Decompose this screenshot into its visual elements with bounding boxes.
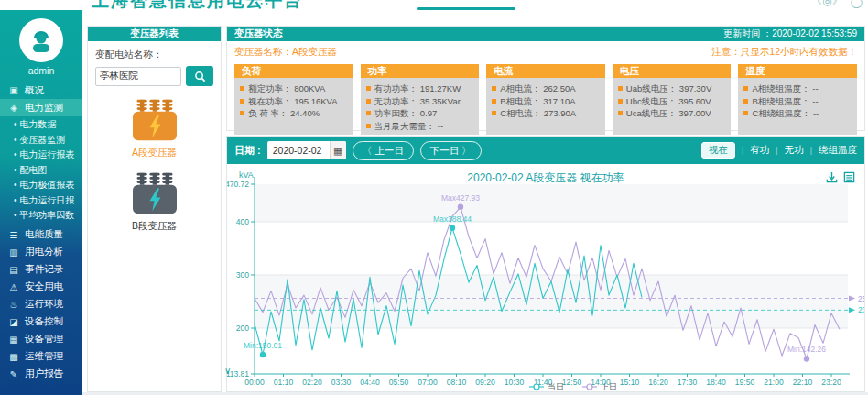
tab-separator: | [742, 146, 743, 155]
data-view-icon[interactable] [843, 171, 855, 183]
sidebar-item-device-control[interactable]: ◪设备控制 [0, 313, 82, 331]
card-row: Uca线电压： 397.00V [618, 107, 726, 120]
card-row: 视在功率： 195.16KVA [240, 95, 348, 108]
events-icon: ▤ [8, 265, 19, 275]
status-card: 电压Uab线电压： 397.30VUbc线电压： 395.60VUca线电压： … [613, 64, 732, 135]
sidebar-item-device-mgmt[interactable]: ▦设备管理 [0, 331, 82, 348]
download-icon[interactable] [826, 171, 838, 183]
sidebar-item-power-monitor[interactable]: ◈电力监测 [0, 99, 82, 116]
svg-text:23:20: 23:20 [821, 378, 841, 387]
card-row-text: 当月最大需量： -- [374, 120, 443, 133]
transformer-name: 变压器名称：A段变压器 [234, 46, 337, 59]
scroll-up-chevron-icon[interactable]: ∧ [203, 78, 210, 88]
notice-text: 注意：只显示12小时内有效数据！ [711, 46, 857, 59]
device-mgmt-icon: ▦ [8, 335, 19, 345]
scroll-down-chevron-icon[interactable]: ∨ [224, 366, 231, 376]
svg-text:15:10: 15:10 [620, 378, 640, 387]
sidebar-item-ops-mgmt[interactable]: ▩运维管理 [0, 348, 82, 366]
transformer-label: A段变压器 [95, 147, 213, 159]
bullet-icon [240, 111, 244, 115]
date-label: 日期 : [234, 144, 261, 158]
engineer-avatar-icon [27, 27, 55, 54]
date-value: 2020-02-02 [267, 145, 330, 156]
date-picker[interactable]: 2020-02-02 ▦ [267, 141, 346, 159]
status-card: 温度A相绕组温度： --B相绕组温度： --C相绕组温度： -- [738, 64, 857, 135]
sidebar-subitem[interactable]: • 电力运行日报 [0, 193, 82, 209]
sidebar-item-label: 用户报告 [25, 368, 63, 380]
sidebar-item-power-quality[interactable]: ☰电能质量 [0, 226, 82, 244]
sidebar-subitem[interactable]: • 电力数据 [0, 117, 82, 133]
status-panel-title: 变压器状态 [234, 27, 283, 40]
bullet-icon [618, 99, 623, 104]
next-day-button[interactable]: 下一日 〉 [420, 141, 482, 160]
card-row: Uab线电压： 397.30V [618, 82, 726, 95]
topbar: 上海智慧信息用电云平台 ∷ 《◎》 ◯ [0, 0, 868, 10]
sidebar-item-label: 事件记录 [25, 263, 63, 276]
card-row: 功率因数： 0.97 [366, 107, 474, 120]
tab-绕组温度[interactable]: 绕组温度 [819, 144, 857, 157]
sidebar-subitem[interactable]: • 电力运行报表 [0, 148, 82, 163]
line-chart: 233.89256.05Max388.44Min:150.01Max427.93… [227, 164, 864, 391]
svg-text:22:10: 22:10 [793, 378, 813, 387]
svg-text:08:10: 08:10 [447, 378, 467, 387]
bullet-icon [240, 86, 244, 91]
card-row: 负 荷 率： 24.40% [240, 107, 348, 120]
tab-视在[interactable]: 视在 [701, 142, 735, 159]
bullet-icon [492, 99, 496, 104]
svg-text:17:30: 17:30 [678, 378, 698, 387]
bullet-icon [492, 111, 496, 115]
svg-text:400: 400 [236, 217, 249, 226]
calendar-icon[interactable]: ▦ [330, 141, 346, 159]
prev-day-button[interactable]: 〈 上一日 [353, 141, 414, 160]
avatar[interactable] [19, 18, 63, 62]
sidebar-menu: ▣概况◈电力监测• 电力数据• 变压器监测• 电力运行报表• 配电图• 电力极值… [0, 82, 82, 383]
svg-text:19:50: 19:50 [735, 378, 755, 387]
sidebar-subitem[interactable]: • 电力极值报表 [0, 178, 82, 193]
card-body: 额定功率： 800KVA视在功率： 195.16KVA负 荷 率： 24.40% [234, 78, 353, 135]
transformer-item[interactable]: B段变压器 [95, 171, 213, 233]
bullet-icon [366, 99, 371, 104]
legend-item-上日[interactable]: 上日 [601, 382, 617, 391]
card-body: Uab线电压： 397.30VUbc线电压： 395.60VUca线电压： 39… [613, 78, 732, 135]
sidebar-item-safety[interactable]: ⚠安全用电 [0, 279, 82, 296]
notification-icon[interactable]: 《◎》 [811, 0, 842, 9]
card-row-text: Uca线电压： 397.00V [626, 107, 711, 120]
svg-text:10:30: 10:30 [505, 378, 525, 387]
sidebar-item-analysis[interactable]: ▥用电分析 [0, 244, 82, 261]
svg-text:12:50: 12:50 [562, 378, 582, 387]
username: admin [0, 65, 82, 76]
transformer-item[interactable]: A段变压器 [95, 98, 213, 159]
sidebar-item-environment[interactable]: ♨运行环境 [0, 296, 82, 313]
sidebar-item-overview[interactable]: ▣概况 [0, 82, 82, 99]
card-row: 额定功率： 800KVA [240, 82, 348, 95]
card-body: A相绕组温度： --B相绕组温度： --C相绕组温度： -- [738, 78, 857, 135]
legend-item-当日[interactable]: 当日 [548, 382, 564, 391]
svg-text:07:00: 07:00 [418, 378, 438, 387]
svg-text:04:40: 04:40 [360, 378, 380, 387]
user-report-icon: ✎ [8, 369, 19, 379]
card-title: 温度 [738, 64, 857, 78]
station-search-input[interactable] [95, 67, 181, 86]
card-title: 电压 [613, 64, 732, 78]
svg-text:02:20: 02:20 [302, 378, 322, 387]
tab-separator: | [810, 146, 812, 155]
card-body: A相电流： 262.50AB相电流： 317.10AC相电流： 273.90A [486, 78, 605, 135]
environment-icon: ♨ [8, 300, 19, 310]
user-icon[interactable]: ◯ [851, 0, 863, 8]
tab-有功[interactable]: 有功 [750, 144, 769, 157]
apps-grid-icon[interactable]: ∷ [260, 0, 268, 8]
transformer-icon [129, 98, 180, 142]
sidebar-item-events[interactable]: ▤事件记录 [0, 261, 82, 279]
tab-无功[interactable]: 无功 [785, 144, 804, 157]
card-row-text: B相绕组温度： -- [752, 95, 818, 108]
bullet-icon [743, 111, 748, 115]
sidebar-item-user-report[interactable]: ✎用户报告 [0, 366, 82, 383]
sidebar-subitem[interactable]: • 变压器监测 [0, 133, 82, 148]
sidebar-subitem[interactable]: • 平均功率因数 [0, 208, 82, 224]
bullet-icon [492, 86, 496, 91]
sidebar-item-label: 安全用电 [25, 280, 63, 293]
transformer-status-panel: 变压器状态 更新时间 ：2020-02-02 15:53:59 变压器名称：A段… [226, 26, 865, 131]
card-row-text: 无功功率： 35.35KVar [374, 95, 461, 108]
sidebar-subitem[interactable]: • 配电图 [0, 163, 82, 179]
svg-text:Min:142.26: Min:142.26 [787, 345, 826, 354]
